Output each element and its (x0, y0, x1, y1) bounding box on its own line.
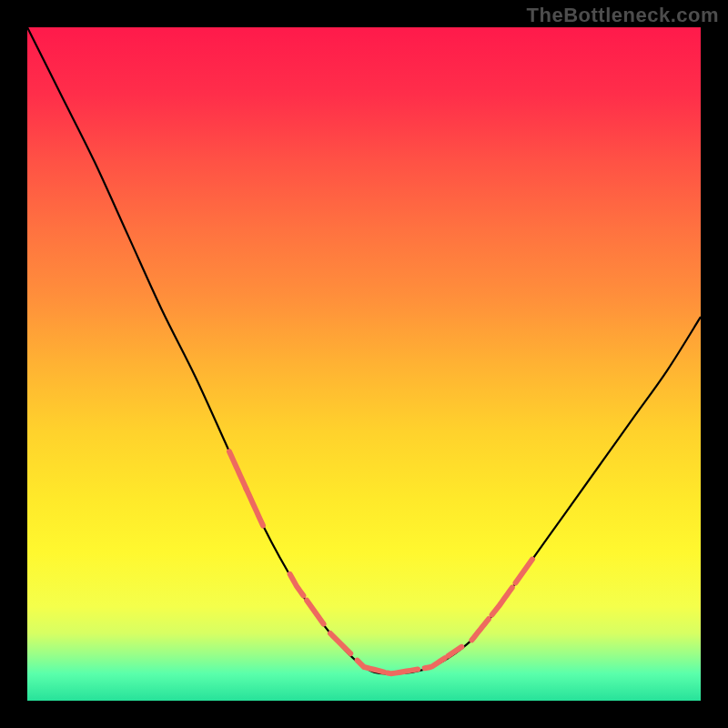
dash-segment (358, 661, 385, 672)
watermark-text: TheBottleneck.com (527, 4, 719, 27)
dash-segment (471, 619, 489, 640)
highlight-dashes (229, 451, 532, 673)
dash-segment (290, 574, 304, 596)
dash-segment (330, 633, 350, 653)
bottleneck-curve (27, 27, 701, 673)
curve-layer (27, 27, 701, 701)
chart-stage: TheBottleneck.com (0, 0, 728, 728)
dash-segment (247, 489, 264, 526)
plot-area (27, 27, 701, 701)
dash-segment (229, 451, 247, 489)
dash-segment (492, 588, 512, 615)
dash-segment (425, 658, 445, 668)
dash-segment (307, 601, 324, 624)
dash-segment (516, 560, 533, 583)
dash-segment (449, 647, 462, 656)
